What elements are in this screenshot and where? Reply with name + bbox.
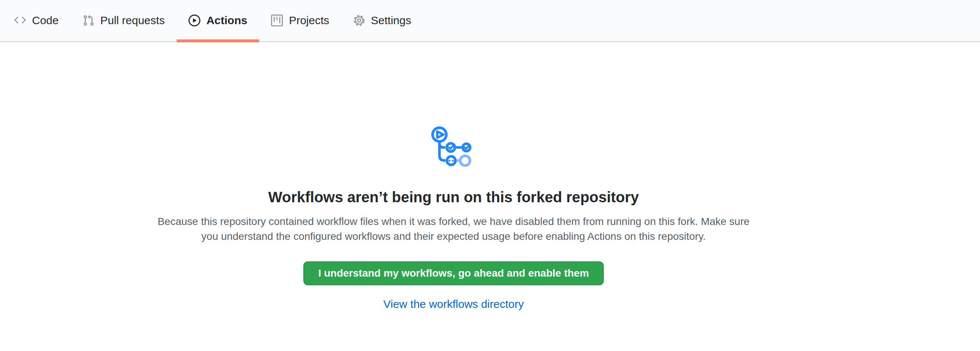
gear-icon bbox=[353, 14, 365, 26]
play-icon bbox=[188, 14, 200, 26]
tab-pull-requests-label: Pull requests bbox=[100, 14, 165, 27]
tab-settings[interactable]: Settings bbox=[341, 0, 423, 41]
tab-code[interactable]: Code bbox=[2, 0, 71, 41]
tab-projects[interactable]: Projects bbox=[259, 0, 341, 41]
git-pull-request-icon bbox=[83, 14, 94, 26]
view-workflows-directory-link[interactable]: View the workflows directory bbox=[383, 298, 524, 310]
tab-code-label: Code bbox=[32, 14, 59, 27]
tab-pull-requests[interactable]: Pull requests bbox=[71, 0, 177, 41]
project-icon bbox=[271, 14, 283, 26]
enable-workflows-button[interactable]: I understand my workflows, go ahead and … bbox=[303, 261, 604, 285]
tab-actions-label: Actions bbox=[206, 14, 247, 27]
repo-nav: Code Pull requests Actions Projects bbox=[0, 0, 980, 42]
actions-blankslate: Workflows aren’t being run on this forke… bbox=[0, 42, 907, 310]
code-icon bbox=[14, 14, 26, 26]
blankslate-title: Workflows aren’t being run on this forke… bbox=[0, 187, 907, 207]
tab-settings-label: Settings bbox=[371, 14, 411, 27]
tab-projects-label: Projects bbox=[289, 14, 329, 27]
actions-workflow-graphic bbox=[428, 123, 480, 171]
blankslate-description: Because this repository contained workfl… bbox=[149, 214, 759, 244]
tab-actions[interactable]: Actions bbox=[177, 0, 259, 41]
